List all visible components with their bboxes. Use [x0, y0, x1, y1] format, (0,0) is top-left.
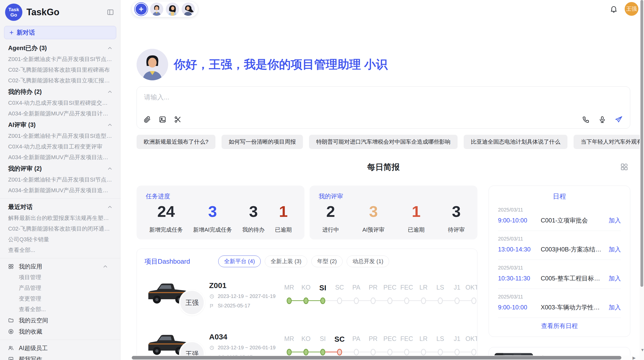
list-item[interactable]: A034-全新新能源MUV产品开发项目造型可行性评审: [0, 185, 120, 196]
section-ai-review[interactable]: AI评审 (3): [0, 119, 120, 131]
composer-left-icons: [143, 115, 182, 124]
sidebar-item-help-write[interactable]: 帮我写作: [0, 354, 120, 360]
list-item[interactable]: 公司Q3轻卡销量: [0, 234, 120, 245]
list-item[interactable]: C0X4-动力总成开发项目工程变更评审: [0, 141, 120, 152]
list-item[interactable]: Z001-全新燃油皮卡产品开发项目SI节点Lesson Learn报告: [0, 54, 120, 65]
logo-line2: Go: [10, 12, 17, 18]
join-link[interactable]: 加入: [609, 216, 621, 224]
scissors-icon[interactable]: [173, 115, 182, 124]
scrollbar-thumb[interactable]: [132, 356, 621, 359]
milestone-dot: [438, 349, 443, 355]
sidebar-item-favorites[interactable]: 我的收藏: [0, 326, 120, 337]
layout-grid-icon[interactable]: [620, 162, 629, 171]
sidebar-item-my-apps[interactable]: 我的应用: [0, 261, 120, 272]
suggestion-chip[interactable]: 比亚迪全固态电池计划具体说了什么: [464, 135, 567, 149]
list-item[interactable]: A034-全新新能源MUV产品开发项目计划变更表编写: [0, 108, 120, 119]
scroll-down-arrow[interactable]: ▼: [640, 348, 644, 352]
flag-icon: [209, 303, 215, 309]
list-item[interactable]: C02-飞腾新能源轻客改款项目立项汇报方案: [0, 75, 120, 86]
schedule-entry: 2025/03/11 13:00-14:30 C003|H0B-方案冻结评审 加…: [498, 231, 621, 260]
sidebar-item-label: AI超级员工: [19, 344, 48, 352]
chevron-up-icon[interactable]: [107, 45, 113, 51]
vertical-scrollbar[interactable]: ▼: [640, 0, 644, 360]
section-my-todo[interactable]: 我的待办 (2): [0, 86, 120, 98]
avatar[interactable]: [150, 3, 163, 16]
avatar[interactable]: [166, 3, 179, 16]
app-root: Task Go TaskGo + 新对话 Agent已办 (3) Z001-全新…: [0, 0, 644, 360]
chevron-up-icon[interactable]: [102, 263, 109, 270]
join-link[interactable]: 加入: [609, 274, 621, 282]
view-all-link[interactable]: 查看全部...: [0, 304, 120, 315]
sidebar-subitem-product-mgmt[interactable]: 产品管理: [0, 283, 120, 293]
entry-time: 10:30-11:30: [498, 275, 541, 282]
project-name: A034: [209, 333, 277, 341]
suggestion-chip[interactable]: 当下年轻人对汽车外观有怎样的喜好趋势: [574, 135, 644, 149]
milestone-labels: MR KO SI SC PA PR PEC FEC LR LS: [281, 335, 477, 343]
sidebar-collapse-icon[interactable]: [106, 8, 115, 17]
tab-model-year[interactable]: 年型 (2): [311, 256, 343, 267]
join-link[interactable]: 加入: [609, 303, 621, 311]
tab-new-body[interactable]: 全新上装 (3): [265, 256, 307, 267]
entry-date: 2025/03/11: [498, 294, 621, 300]
chevron-up-icon[interactable]: [107, 88, 113, 95]
paperclip-icon[interactable]: [143, 115, 152, 124]
project-row[interactable]: 王强 Z001 2023-12-19 ~ 2027-01-19: [144, 276, 470, 314]
tab-new-platform[interactable]: 全新平台 (4): [218, 256, 261, 267]
image-icon[interactable]: [158, 115, 167, 124]
plus-icon: +: [9, 28, 13, 37]
suggestion-chip[interactable]: 欧洲新规最近颁布了什么?: [137, 135, 215, 149]
list-item[interactable]: C02-飞腾新能源轻客改款项目的闭环通告反馈情况: [0, 223, 120, 234]
chevron-up-icon[interactable]: [107, 122, 113, 128]
horizontal-scrollbar[interactable]: ▶: [132, 355, 640, 360]
sidebar-subitem-change-mgmt[interactable]: 变更管理: [0, 293, 120, 304]
sidebar-item-ai-employee[interactable]: AI超级员工: [0, 342, 120, 354]
suggestion-chip[interactable]: 如何写一份清晰的项目周报: [222, 135, 303, 149]
suggestion-chip[interactable]: 特朗普可能对进口汽车增税会对中国车企造成哪些影响: [309, 135, 458, 149]
sidebar-item-label: 我的应用: [19, 263, 42, 271]
composer[interactable]: 请输入...: [137, 86, 630, 129]
join-link[interactable]: 加入: [609, 245, 621, 253]
entry-time: 9:00-10:00: [498, 217, 541, 224]
sidebar-subitem-project-mgmt[interactable]: 项目管理: [0, 272, 120, 283]
sidebar-item-cloud-space[interactable]: 我的云空间: [0, 315, 120, 326]
milestone-dot: [438, 297, 443, 304]
milestone-dot-done: [320, 297, 325, 304]
section-agent-done[interactable]: Agent已办 (3): [0, 42, 120, 54]
milestone-dot: [471, 349, 476, 355]
list-item[interactable]: 解释最新出台的欧盟报废车法规再生塑料比例被调至15%...: [0, 213, 120, 223]
list-item[interactable]: C02-飞腾新能源轻客改款项目里程碑画布: [0, 65, 120, 75]
section-recent-chats[interactable]: 最近对话: [0, 201, 120, 213]
topbar-right: 王强: [609, 2, 638, 16]
daily-briefing-title: 每日简报: [137, 162, 630, 173]
add-agent-button[interactable]: [135, 3, 148, 16]
chevron-up-icon[interactable]: [107, 204, 113, 210]
view-all-link[interactable]: 查看全部...: [0, 245, 120, 256]
section-my-review[interactable]: 我的评审 (2): [0, 163, 120, 174]
scroll-right-arrow[interactable]: ▶: [633, 355, 636, 360]
list-item[interactable]: C0X4-动力总成开发项目SI里程碑提交物检查: [0, 98, 120, 108]
list-item[interactable]: A034-全新新能源MUV产品开发项目法规符合性评审: [0, 152, 120, 163]
scrollbar-thumb[interactable]: [640, 0, 643, 287]
stat: 3 新增AI完成任务: [193, 202, 232, 234]
milestone-dot: [404, 297, 409, 304]
milestone-dot-overdue: [337, 349, 342, 355]
view-all-schedule-link[interactable]: 查看所有日程: [498, 318, 621, 332]
tab-powertrain[interactable]: 动总开发 (1): [347, 256, 389, 267]
phone-icon[interactable]: [582, 115, 590, 124]
new-chat-button[interactable]: + 新对话: [4, 26, 116, 39]
send-icon[interactable]: [614, 115, 623, 124]
notification-bell-icon[interactable]: [609, 5, 618, 13]
list-item[interactable]: Z001-全新燃油轻卡产品开发项目SI节点属性5D文件评审: [0, 174, 120, 185]
milestone-dot: [404, 349, 409, 355]
project-info: Z001 2023-12-19 ~ 2027-01-19 SI-2025-05-…: [209, 281, 277, 309]
user-avatar[interactable]: 王强: [625, 2, 638, 16]
project-row[interactable]: 王强 A034 2023-12-19 ~ 2026-01-19: [144, 327, 470, 360]
list-item[interactable]: Z001-全新燃油轻卡产品开发项目SI造型提交物评审: [0, 131, 120, 141]
milestone-dot: [371, 349, 376, 355]
microphone-icon[interactable]: [598, 115, 607, 124]
composer-placeholder: 请输入...: [144, 93, 169, 102]
avatar[interactable]: [182, 3, 195, 16]
entry-title: X003-车辆动力学性能验...: [541, 303, 605, 311]
milestone-dot: [387, 349, 392, 355]
chevron-up-icon[interactable]: [107, 165, 113, 172]
